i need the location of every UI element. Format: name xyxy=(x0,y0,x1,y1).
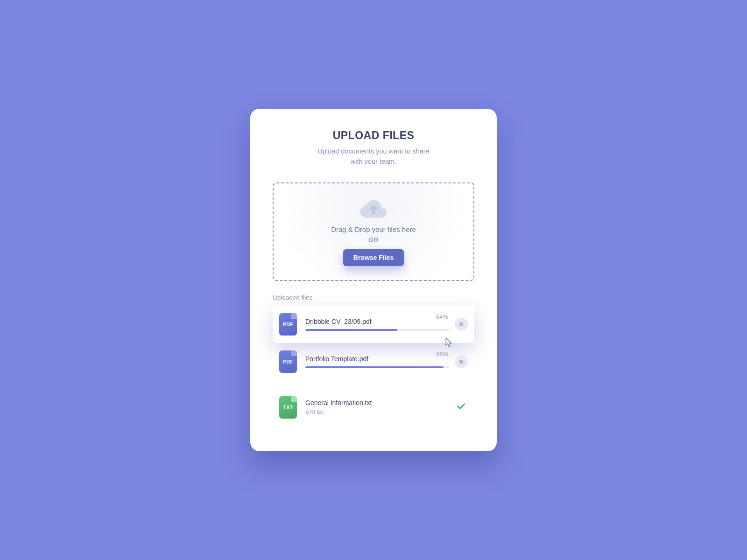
progress-bar xyxy=(305,366,449,368)
file-row: PDF Dribbble CV_23/09.pdf 64% xyxy=(273,306,474,343)
file-pdf-icon: PDF xyxy=(279,313,297,336)
progress-bar xyxy=(305,329,449,331)
page-title: UPLOAD FILES xyxy=(273,129,474,142)
dropzone-text: Drag & Drop your files here xyxy=(331,225,416,233)
file-list: PDF Dribbble CV_23/09.pdf 64% xyxy=(273,306,474,426)
file-name: General Information.txt xyxy=(305,399,449,406)
file-pdf-icon: PDF xyxy=(279,350,297,373)
file-name: Portfolio Template.pdf xyxy=(305,355,449,363)
close-icon xyxy=(459,322,464,327)
cancel-upload-button[interactable] xyxy=(455,318,468,331)
check-icon xyxy=(457,402,465,412)
file-row: PDF Portfolio Template.pdf 96% xyxy=(273,343,474,380)
cloud-upload-icon xyxy=(359,196,388,220)
close-icon xyxy=(459,359,464,364)
file-size: 978 kb xyxy=(305,408,449,415)
uploaded-files-label: Uploaded files xyxy=(273,294,474,301)
dropzone-or: OR xyxy=(368,236,379,244)
progress-percent: 64% xyxy=(436,313,448,320)
browse-files-button[interactable]: Browse Files xyxy=(343,249,404,266)
file-row: TXT General Information.txt 978 kb xyxy=(273,389,474,426)
page-subtitle: Upload documents you want to share with … xyxy=(273,147,474,166)
dropzone[interactable]: Drag & Drop your files here OR Browse Fi… xyxy=(273,182,474,281)
file-txt-icon: TXT xyxy=(279,396,297,419)
file-name: Dribbble CV_23/09.pdf xyxy=(305,318,449,325)
progress-percent: 96% xyxy=(436,350,448,357)
upload-card: UPLOAD FILES Upload documents you want t… xyxy=(250,109,497,451)
cancel-upload-button[interactable] xyxy=(455,355,468,368)
